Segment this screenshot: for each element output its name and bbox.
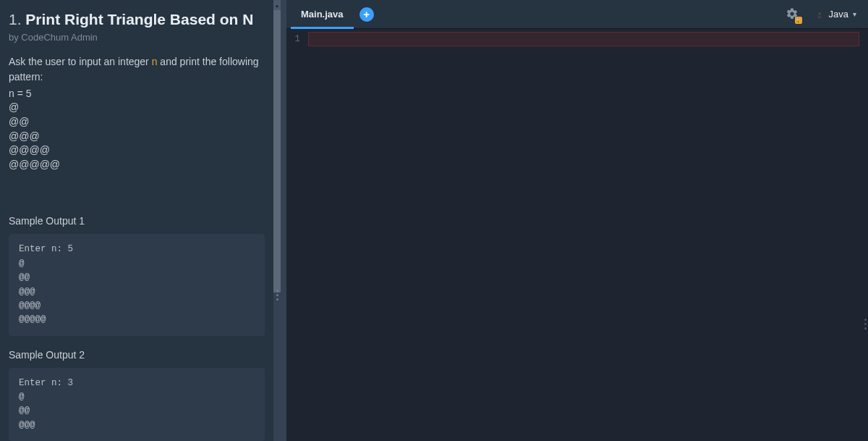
- sample-output-1-box: Enter n: 5 @ @@ @@@ @@@@ @@@@@: [9, 234, 265, 335]
- language-label: Java: [829, 9, 848, 20]
- problem-title-text: Print Right Triangle Based on N: [25, 11, 253, 28]
- scrollbar-track[interactable]: ▲: [273, 0, 281, 441]
- scroll-up-button[interactable]: ▲: [273, 0, 281, 10]
- tab-bar: Main.java + 🔒 Java ▾: [286, 0, 868, 29]
- plus-icon: +: [363, 9, 370, 20]
- language-select[interactable]: Java ▾: [809, 6, 862, 22]
- tabbar-right: 🔒 Java ▾: [786, 0, 862, 28]
- settings-button[interactable]: 🔒: [786, 7, 800, 22]
- app-root: 1. Print Right Triangle Based on N by Co…: [0, 0, 868, 441]
- java-icon: [814, 9, 825, 20]
- problem-panel: 1. Print Right Triangle Based on N by Co…: [0, 0, 273, 441]
- code-area[interactable]: [308, 29, 868, 441]
- sample-output-2-label: Sample Output 2: [9, 349, 265, 361]
- code-editor[interactable]: 1: [286, 29, 868, 441]
- problem-title: 1. Print Right Triangle Based on N: [9, 10, 265, 29]
- drag-handle-icon[interactable]: [276, 290, 278, 301]
- scrollbar-thumb[interactable]: [273, 10, 281, 293]
- problem-description: Ask the user to input an integer n and p…: [9, 54, 265, 84]
- line-number: 1: [286, 32, 308, 46]
- add-tab-button[interactable]: +: [359, 7, 374, 22]
- editor-panel: Main.java + 🔒 Java ▾: [286, 0, 868, 441]
- panel-divider[interactable]: ▲: [273, 0, 286, 441]
- chevron-down-icon: ▾: [853, 10, 856, 18]
- sample-output-1-label: Sample Output 1: [9, 215, 265, 227]
- problem-author: by CodeChum Admin: [9, 32, 265, 43]
- current-line-highlight: [308, 32, 859, 46]
- lock-badge-icon: 🔒: [795, 17, 802, 24]
- right-drag-handle-icon[interactable]: [864, 319, 867, 329]
- problem-number: 1.: [9, 11, 22, 28]
- pattern-block: n = 5 @ @@ @@@ @@@@ @@@@@: [9, 87, 265, 172]
- line-gutter: 1: [286, 29, 308, 441]
- tab-main-java[interactable]: Main.java: [291, 0, 354, 28]
- sample-output-2-box: Enter n: 3 @ @@ @@@: [9, 368, 265, 441]
